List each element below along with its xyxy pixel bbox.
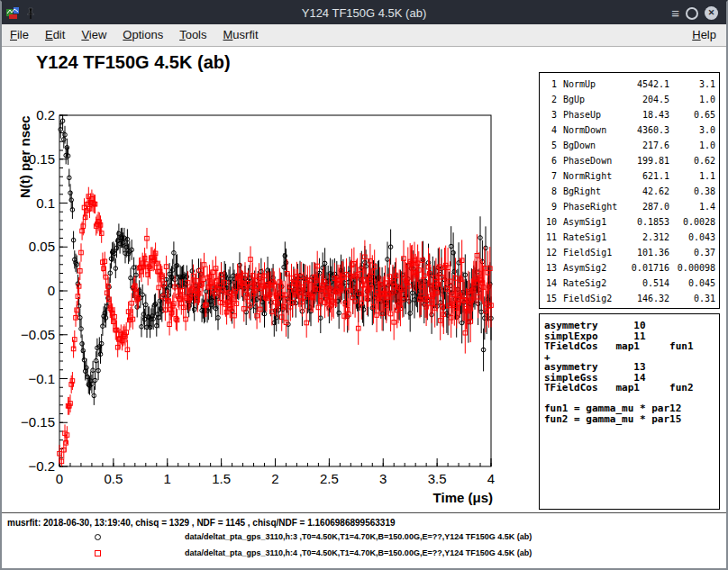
fit-info-text: musrfit: 2018-06-30, 13:19:40, chisq = 1… — [7, 518, 396, 528]
parameter-row: 2 BgUp 204.5 1.0 — [542, 92, 719, 107]
param-error: 3.1 — [669, 77, 719, 92]
legend-label: data/deltat_pta_gps_3110,h:4 ,T0=4.50K,T… — [185, 548, 532, 557]
svg-text:4: 4 — [487, 471, 495, 486]
theory-line: TFieldCos map1 fun1 — [544, 341, 719, 352]
param-value: 4542.1 — [618, 77, 669, 92]
pin-icon[interactable] — [25, 7, 36, 20]
param-number: 3 — [542, 107, 557, 122]
svg-text:1: 1 — [164, 471, 171, 486]
window-menu-icon[interactable]: ≡ — [671, 6, 679, 20]
root-canvas: Y124 TF150G 4.5K (ab) 00.511.522.533.54−… — [2, 47, 726, 513]
param-error: 1.0 — [669, 92, 719, 107]
param-number: 2 — [542, 92, 557, 107]
app-icon[interactable] — [6, 6, 20, 20]
param-value: 0.01716 — [618, 260, 669, 276]
param-value: 4360.3 — [618, 122, 669, 138]
menu-items: File Edit View Options Tools Musrfit — [2, 24, 267, 46]
param-error: 0.37 — [669, 245, 719, 260]
param-value: 0.514 — [618, 276, 669, 291]
param-value: 217.6 — [618, 138, 669, 153]
param-error: 3.0 — [669, 122, 719, 138]
param-name: NormUp — [563, 77, 618, 92]
menu-item[interactable]: Musrfit — [215, 24, 267, 46]
param-error: 0.00098 — [669, 260, 719, 276]
param-number: 4 — [542, 122, 557, 138]
param-error: 0.31 — [669, 291, 719, 306]
svg-text:2: 2 — [271, 471, 278, 486]
menu-item[interactable]: Edit — [37, 24, 73, 46]
parameter-row: 3 PhaseUp 18.43 0.65 — [542, 107, 719, 122]
svg-text:0: 0 — [56, 471, 63, 486]
parameter-row: 7 NormRight 621.1 1.1 — [542, 168, 719, 184]
param-number: 12 — [542, 245, 557, 260]
svg-text:0.15: 0.15 — [29, 151, 55, 167]
svg-text:2.5: 2.5 — [320, 471, 339, 486]
theory-line: fun1 = gamma_mu * par12 — [544, 403, 719, 414]
maximize-icon[interactable] — [686, 7, 698, 20]
close-icon[interactable]: ✕ — [705, 6, 718, 20]
param-error: 0.62 — [669, 153, 719, 168]
param-value: 2.312 — [618, 230, 669, 245]
svg-text:Time (μs): Time (μs) — [433, 490, 493, 505]
parameter-row: 5 BgDown 217.6 1.0 — [542, 138, 719, 153]
theory-line: TFieldCos map1 fun2 — [544, 383, 719, 394]
parameter-row: 9 PhaseRight 287.0 1.4 — [542, 199, 719, 214]
param-number: 9 — [542, 199, 557, 214]
svg-text:−0.1: −0.1 — [28, 371, 55, 386]
svg-text:0.1: 0.1 — [36, 195, 55, 211]
param-name: FieldSig1 — [563, 245, 618, 260]
param-value: 101.36 — [618, 245, 669, 260]
theory-line: fun2 = gamma_mu * par15 — [544, 414, 719, 425]
param-name: BgDown — [563, 138, 618, 153]
titlebar-controls: ≡ ✕ — [671, 6, 726, 20]
param-value: 0.1853 — [618, 214, 669, 230]
svg-text:−0.2: −0.2 — [28, 458, 55, 474]
menu-item[interactable]: View — [73, 24, 114, 46]
menu-item[interactable]: Options — [114, 24, 171, 46]
param-error: 1.4 — [669, 199, 719, 214]
parameter-row: 10 AsymSig1 0.1853 0.0028 — [542, 214, 719, 230]
open-circle-marker-icon — [95, 534, 101, 540]
param-number: 11 — [542, 230, 557, 245]
titlebar: Y124 TF150G 4.5K (ab) ≡ ✕ — [2, 2, 726, 24]
legend-item: data/deltat_pta_gps_3110,h:3 ,T0=4.50K,T… — [95, 532, 532, 541]
window-title: Y124 TF150G 4.5K (ab) — [2, 6, 726, 20]
param-name: PhaseDown — [563, 153, 618, 168]
parameter-row: 6 PhaseDown 199.81 0.62 — [542, 153, 719, 168]
theory-line: asymmetry 10 — [544, 321, 719, 331]
svg-text:N(t) per nsec: N(t) per nsec — [17, 115, 32, 198]
param-name: RateSig1 — [563, 230, 618, 245]
svg-text:3.5: 3.5 — [428, 471, 447, 486]
parameter-row: 8 BgRight 42.62 0.38 — [542, 184, 719, 199]
plot-title: Y124 TF150G 4.5K (ab) — [36, 52, 231, 73]
param-name: PhaseRight — [563, 199, 618, 214]
param-name: BgRight — [563, 184, 618, 199]
menu-item[interactable]: Tools — [171, 24, 214, 46]
plot-canvas[interactable]: 00.511.522.533.54−0.2−0.15−0.1−0.0500.05… — [2, 83, 520, 513]
param-name: BgUp — [563, 92, 618, 107]
parameter-row: 11 RateSig1 2.312 0.043 — [542, 230, 719, 245]
param-value: 18.43 — [618, 107, 669, 122]
param-value: 287.0 — [618, 199, 669, 214]
svg-text:0.2: 0.2 — [36, 107, 55, 122]
param-value: 42.62 — [618, 184, 669, 199]
param-number: 8 — [542, 184, 557, 199]
param-name: RateSig2 — [563, 276, 618, 291]
titlebar-left-icons — [2, 6, 36, 20]
param-number: 13 — [542, 260, 557, 276]
menubar: File Edit View Options Tools Musrfit Hel… — [2, 24, 726, 47]
open-square-marker-icon — [95, 550, 101, 556]
theory-block: asymmetry 10 simplExpo 11 TFieldCos map1… — [539, 313, 720, 510]
menu-item[interactable]: File — [2, 24, 37, 46]
param-value: 204.5 — [618, 92, 669, 107]
menu-item-help[interactable]: Help — [682, 24, 726, 46]
parameter-table: 1 NormUp 4542.1 3.1 2 BgUp 204.5 1.0 3 P… — [539, 72, 720, 309]
svg-text:1.5: 1.5 — [212, 471, 231, 486]
param-number: 1 — [542, 77, 557, 92]
param-number: 5 — [542, 138, 557, 153]
svg-text:0.5: 0.5 — [104, 471, 123, 486]
param-value: 199.81 — [618, 153, 669, 168]
param-name: AsymSig2 — [563, 260, 618, 276]
info-pad: musrfit: 2018-06-30, 13:19:40, chisq = 1… — [2, 512, 726, 568]
param-error: 0.65 — [669, 107, 719, 122]
